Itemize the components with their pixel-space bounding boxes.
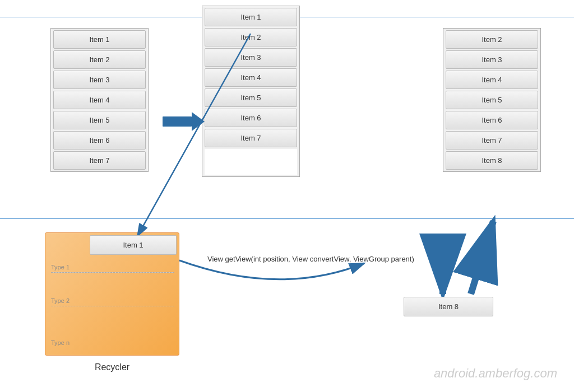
list-item: Item 1 bbox=[205, 8, 297, 26]
list-item: Item 7 bbox=[446, 131, 538, 150]
bottom-horizontal-line bbox=[0, 218, 574, 219]
list-item: Item 6 bbox=[53, 131, 146, 150]
main-container: Item 1 Item 2 Item 3 Item 4 Item 5 Item … bbox=[0, 0, 574, 392]
list-item-empty bbox=[205, 149, 297, 175]
list-item: Item 7 bbox=[53, 151, 146, 170]
list-item: Item 8 bbox=[446, 151, 538, 170]
list-item: Item 3 bbox=[446, 50, 538, 69]
list-item: Item 6 bbox=[446, 111, 538, 129]
left-list-panel: Item 1 Item 2 Item 3 Item 4 Item 5 Item … bbox=[50, 28, 149, 172]
list-item: Item 7 bbox=[205, 129, 297, 147]
list-item: Item 2 bbox=[53, 50, 146, 69]
svg-line-8 bbox=[471, 221, 493, 294]
item8-float: Item 8 bbox=[404, 297, 493, 316]
item1-recycler: Item 1 bbox=[90, 235, 177, 255]
type2-label: Type 2 bbox=[51, 297, 70, 304]
list-item: Item 5 bbox=[53, 111, 146, 129]
type1-label: Type 1 bbox=[51, 264, 70, 270]
right-list-panel: Item 2 Item 3 Item 4 Item 5 Item 6 Item … bbox=[443, 28, 541, 172]
svg-rect-4 bbox=[163, 116, 192, 127]
list-item: Item 4 bbox=[205, 68, 297, 87]
list-item: Item 4 bbox=[446, 71, 538, 89]
list-item: Item 2 bbox=[205, 28, 297, 46]
watermark: android.amberfog.com bbox=[434, 366, 557, 381]
list-item: Item 1 bbox=[53, 30, 146, 49]
list-item: Item 2 bbox=[446, 30, 538, 49]
list-item: Item 5 bbox=[205, 88, 297, 107]
list-item: Item 4 bbox=[53, 91, 146, 109]
getview-text: View getView(int position, View convertV… bbox=[207, 255, 414, 263]
recycler-label: Recycler bbox=[45, 362, 179, 372]
type2-line bbox=[51, 306, 174, 306]
type1-line bbox=[51, 272, 174, 273]
list-item: Item 6 bbox=[205, 109, 297, 127]
list-item: Item 5 bbox=[446, 91, 538, 109]
list-item: Item 3 bbox=[53, 71, 146, 89]
middle-list-panel: Item 1 Item 2 Item 3 Item 4 Item 5 Item … bbox=[202, 6, 300, 177]
typen-label: Type n bbox=[51, 339, 70, 346]
list-item: Item 3 bbox=[205, 48, 297, 67]
